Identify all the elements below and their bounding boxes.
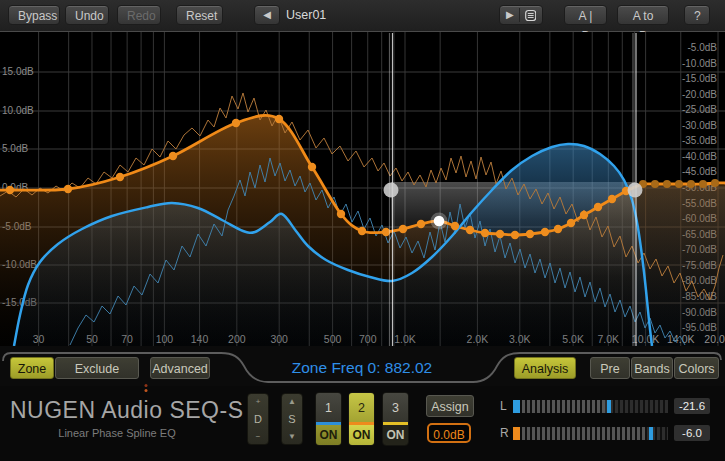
- spline-node: [6, 186, 14, 194]
- svg-text:-35.0dB: -35.0dB: [682, 135, 717, 146]
- spline-node: [275, 115, 283, 123]
- minus-icon[interactable]: −: [256, 432, 261, 441]
- bands-button[interactable]: Bands: [631, 357, 673, 379]
- band-1-button[interactable]: 1 ON: [315, 392, 342, 446]
- plus-icon[interactable]: +: [256, 397, 261, 406]
- spline-node: [496, 230, 504, 238]
- meter-r-label: R: [500, 426, 513, 440]
- d-control[interactable]: + D −: [247, 393, 269, 445]
- svg-text:-30.0dB: -30.0dB: [682, 120, 717, 131]
- reset-button[interactable]: Reset: [176, 5, 223, 25]
- spline-node: [541, 228, 549, 236]
- meter-row-left: L -21.6: [500, 399, 710, 413]
- up-arrow-icon[interactable]: ▲: [288, 397, 296, 406]
- product-tagline: Linear Phase Spline EQ: [12, 427, 222, 439]
- svg-text:-45.0dB: -45.0dB: [682, 166, 717, 177]
- level-meter-r: [513, 427, 668, 440]
- help-button[interactable]: ?: [684, 5, 710, 25]
- spline-node: [116, 173, 124, 181]
- pre-button[interactable]: Pre: [590, 357, 630, 379]
- zone-bar: Zone Exclude Advanced Zone Freq 0: 882.0…: [0, 346, 725, 386]
- a-to-b-button[interactable]: A to B: [617, 5, 669, 25]
- bypass-button[interactable]: Bypass: [8, 5, 60, 25]
- spline-node: [64, 185, 72, 193]
- spline-node: [358, 227, 366, 235]
- svg-text:5.0dB: 5.0dB: [2, 143, 28, 154]
- svg-text:-5.0dB: -5.0dB: [688, 42, 718, 53]
- spline-node: [451, 222, 459, 230]
- logo-dot-icon: [145, 384, 148, 387]
- spline-node: [169, 152, 177, 160]
- peak-marker: [607, 400, 611, 413]
- spline-node: [554, 225, 562, 233]
- level-meter-l: [513, 400, 668, 413]
- exclude-mode-button[interactable]: Exclude: [55, 357, 139, 379]
- spline-node: [651, 180, 659, 188]
- redo-button[interactable]: Redo: [117, 5, 161, 25]
- band-1-on-toggle[interactable]: ON: [316, 425, 341, 445]
- spline-node: [511, 231, 519, 239]
- undo-button[interactable]: Undo: [65, 5, 109, 25]
- spline-node: [232, 119, 240, 127]
- assign-button[interactable]: Assign: [426, 395, 474, 417]
- zone-mode-button[interactable]: Zone: [10, 357, 54, 379]
- preset-name[interactable]: User01: [286, 8, 326, 22]
- svg-text:15.0dB: 15.0dB: [2, 66, 34, 77]
- svg-text:-15.0dB: -15.0dB: [682, 73, 717, 84]
- seqs-plugin-window: Bypass Undo Redo Reset ◀ User01 ▶ A | B …: [0, 0, 725, 461]
- divider: [519, 8, 520, 22]
- spline-node: [580, 211, 588, 219]
- preset-prev-icon[interactable]: ◀: [254, 5, 280, 25]
- spline-node: [526, 230, 534, 238]
- meter-row-right: R -6.0: [500, 426, 710, 440]
- svg-text:-10.0dB: -10.0dB: [682, 58, 717, 69]
- band-2-button[interactable]: 2 ON: [348, 392, 375, 446]
- meter-l-label: L: [500, 399, 513, 413]
- peak-marker: [649, 427, 653, 440]
- spline-node: [594, 203, 602, 211]
- eq-graph[interactable]: 15.0dB10.0dB5.0dB0.0dB-5.0dB-10.0dB-15.0…: [0, 32, 725, 346]
- zone-handle-right: [628, 183, 643, 198]
- play-icon[interactable]: ▶: [506, 6, 514, 24]
- spline-node: [687, 180, 695, 188]
- colors-button[interactable]: Colors: [674, 357, 719, 379]
- spline-node: [608, 195, 616, 203]
- brand-logo: NUGEN Audio SEQ-S: [10, 397, 244, 424]
- gain-readout[interactable]: 0.0dB: [427, 423, 471, 443]
- preset-play-list-group: ▶: [499, 5, 543, 25]
- spline-node: [466, 226, 474, 234]
- toolbar: Bypass Undo Redo Reset ◀ User01 ▶ A | B …: [0, 0, 725, 32]
- band-3-on-toggle[interactable]: ON: [383, 425, 408, 445]
- spline-node: [337, 210, 345, 218]
- spline-node: [699, 180, 707, 188]
- svg-text:-20.0dB: -20.0dB: [682, 89, 717, 100]
- preset-list-icon[interactable]: [525, 9, 536, 22]
- spline-node: [711, 179, 719, 187]
- zone-freq-readout: Zone Freq 0: 882.02: [246, 357, 478, 379]
- footer-panel: NUGEN Audio SEQ-S Linear Phase Spline EQ…: [0, 386, 725, 461]
- spline-node: [417, 220, 425, 228]
- down-arrow-icon[interactable]: ▼: [288, 432, 296, 441]
- spline-node: [308, 163, 316, 171]
- selected-spline-node: [434, 216, 445, 227]
- meter-l-value: -21.6: [674, 398, 710, 414]
- s-control[interactable]: ▲ S ▼: [281, 393, 303, 445]
- zone-handle-left: [384, 183, 399, 198]
- svg-text:-25.0dB: -25.0dB: [682, 104, 717, 115]
- logo-dot-icon: [145, 389, 148, 392]
- band-2-on-toggle[interactable]: ON: [349, 425, 374, 445]
- ab-compare-button[interactable]: A | B: [564, 5, 607, 25]
- spline-node: [675, 180, 683, 188]
- advanced-button[interactable]: Advanced: [150, 357, 210, 379]
- spline-node: [663, 180, 671, 188]
- spline-node: [567, 219, 575, 227]
- spline-node: [399, 225, 407, 233]
- eq-graph-area: 15.0dB10.0dB5.0dB0.0dB-5.0dB-10.0dB-15.0…: [0, 32, 725, 346]
- analysis-button[interactable]: Analysis: [514, 357, 576, 379]
- svg-text:10.0dB: 10.0dB: [2, 105, 34, 116]
- band-3-button[interactable]: 3 ON: [382, 392, 409, 446]
- spline-node: [481, 229, 489, 237]
- svg-text:-40.0dB: -40.0dB: [682, 151, 717, 162]
- meter-r-value: -6.0: [674, 425, 710, 441]
